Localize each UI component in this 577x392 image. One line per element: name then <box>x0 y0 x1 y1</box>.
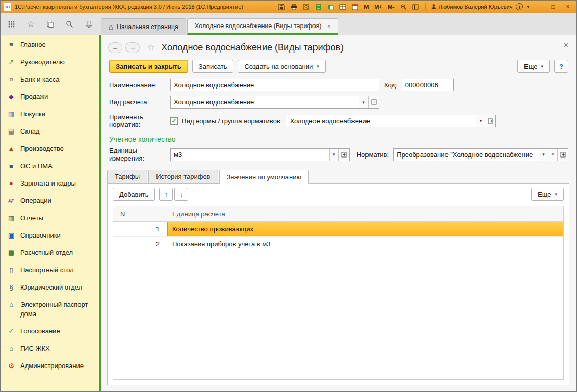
column-header-n[interactable]: N <box>113 206 167 221</box>
row-value-selected[interactable]: Количество проживающих <box>167 222 563 236</box>
chevron-down-icon[interactable]: ▾ <box>359 96 368 108</box>
warehouse-icon: ▤ <box>7 127 16 136</box>
print-preview-icon[interactable] <box>302 3 310 11</box>
tab-close-icon[interactable]: × <box>327 22 331 30</box>
sidebar-item-voting[interactable]: ✓Голосование <box>1 323 99 340</box>
compare-file-icon[interactable] <box>326 3 335 11</box>
history-icon[interactable] <box>45 19 55 29</box>
sidebar-item-passport-office[interactable]: ▯Паспортный стол <box>1 262 99 279</box>
name-label: Наименование: <box>109 81 170 89</box>
sidebar-item-label: Банк и касса <box>20 75 60 84</box>
sidebar-item-reports[interactable]: ▥Отчеты <box>1 210 99 227</box>
units-input[interactable] <box>171 149 329 161</box>
zoom-in-icon[interactable] <box>399 3 408 11</box>
tab-tariffs[interactable]: Тарифы <box>107 170 147 183</box>
tab-default-values[interactable]: Значения по умолчанию <box>219 170 309 184</box>
sidebar-item-sales[interactable]: ◆Продажи <box>1 88 99 106</box>
tab-cold-water[interactable]: Холодное водоснабжение (Виды тарифов) × <box>187 18 338 35</box>
calc-type-label: Вид расчета: <box>109 98 170 106</box>
column-header-calc-unit[interactable]: Единица расчета <box>167 206 563 221</box>
calendar-icon[interactable] <box>351 3 359 11</box>
sidebar-item-payroll[interactable]: ●Зарплата и кадры <box>1 175 99 192</box>
forward-button[interactable]: → <box>125 42 140 53</box>
sidebar-item-gis-zhkh[interactable]: ⌂ГИС ЖКХ <box>1 340 99 357</box>
calc-type-input[interactable] <box>171 96 359 108</box>
chevron-down-icon[interactable]: ▾ <box>476 115 485 127</box>
sidebar-item-house-epassport[interactable]: ⌂Электронный паспорт дома <box>1 296 99 323</box>
sidebar-item-operations[interactable]: ДтОперации <box>1 192 99 210</box>
name-input[interactable] <box>170 79 379 91</box>
open-value-icon[interactable] <box>368 96 379 108</box>
add-button[interactable]: Добавить <box>113 188 155 201</box>
normative-input[interactable] <box>394 149 539 161</box>
info-icon[interactable]: i <box>516 3 523 10</box>
voting-check-icon: ✓ <box>7 327 16 335</box>
row-value[interactable]: Показания приборов учета в м3 <box>167 237 563 251</box>
save-and-close-button[interactable]: Записать и закрыть <box>109 60 188 73</box>
chevron-down-icon[interactable]: ▾ <box>539 149 548 161</box>
sidebar-item-label: Производство <box>20 144 64 153</box>
favorite-star-icon[interactable]: ☆ <box>147 42 155 53</box>
menu-icon: ≡ <box>7 40 16 49</box>
tab-home[interactable]: ⌂ Начальная страница <box>101 18 186 35</box>
calc-memory-m-plus[interactable]: M+ <box>373 4 383 10</box>
chevron-down-icon[interactable]: ▾ <box>329 149 338 161</box>
tab-tariff-history[interactable]: История тарифов <box>148 170 218 183</box>
sidebar-item-label: Главное <box>20 40 46 49</box>
section-header-accounting-quantity: Учетное количество <box>109 135 568 143</box>
close-window-button[interactable]: × <box>562 2 573 11</box>
notifications-bell-icon[interactable] <box>84 19 93 29</box>
export-file-icon[interactable] <box>314 3 323 11</box>
sidebar-item-production[interactable]: ▲Производство <box>1 140 99 158</box>
sidebar-item-bank-cash[interactable]: ¤Банк и касса <box>1 71 99 88</box>
back-button[interactable]: ← <box>108 42 122 53</box>
table-row[interactable]: 2 Показания приборов учета в м3 <box>113 237 563 251</box>
more-button[interactable]: Еще▾ <box>517 60 550 73</box>
table-row[interactable]: 1 Количество проживающих <box>113 222 563 237</box>
create-based-on-button[interactable]: Создать на основании▾ <box>238 60 325 73</box>
sidebar-item-purchases[interactable]: ▦Покупки <box>1 106 99 123</box>
minimize-button[interactable]: – <box>533 2 544 11</box>
maximize-button[interactable]: □ <box>547 2 559 11</box>
search-icon[interactable] <box>65 19 74 29</box>
calc-memory-m-minus[interactable]: M- <box>387 4 396 10</box>
norm-group-input[interactable] <box>286 115 476 127</box>
save-button[interactable]: Записать <box>192 60 234 73</box>
code-input[interactable] <box>402 79 454 91</box>
chevron-down-icon[interactable]: ▾ <box>527 4 529 9</box>
sidebar: ≡Главное ↗Руководителю ¤Банк и касса ◆Пр… <box>1 35 101 391</box>
open-value-icon[interactable] <box>338 149 349 161</box>
sidebar-item-warehouse[interactable]: ▤Склад <box>1 123 99 140</box>
move-down-button[interactable]: ↓ <box>174 188 188 201</box>
open-value-icon[interactable] <box>485 115 495 127</box>
help-button[interactable]: ? <box>554 60 568 73</box>
calc-memory-m[interactable]: M <box>363 4 370 10</box>
form-close-icon[interactable]: × <box>564 41 568 49</box>
move-up-button[interactable]: ↑ <box>159 188 173 201</box>
apply-norm-checkbox[interactable]: ✓ <box>170 117 178 125</box>
table-icon[interactable] <box>338 3 347 11</box>
sidebar-item-fixed-assets[interactable]: ■ОС и НМА <box>1 158 99 175</box>
table-more-button[interactable]: Еще▾ <box>531 188 564 201</box>
bank-icon: ¤ <box>7 75 16 84</box>
sidebar-item-administration[interactable]: ⚙Администрирование <box>1 357 99 375</box>
save-icon[interactable] <box>277 3 286 11</box>
panel-settings-icon[interactable] <box>411 3 420 11</box>
sidebar-item-main[interactable]: ≡Главное <box>1 36 99 54</box>
sidebar-item-settlement-dept[interactable]: ▦Расчетный отдел <box>1 244 99 262</box>
sidebar-item-directories[interactable]: ▣Справочники <box>1 227 99 244</box>
sidebar-item-label: Расчетный отдел <box>20 248 73 257</box>
legal-icon: § <box>7 283 16 292</box>
sidebar-item-legal-dept[interactable]: §Юридический отдел <box>1 279 99 296</box>
units-combo: ▾ <box>170 148 350 161</box>
user-menu[interactable]: Любимов Валерий Юрьевич <box>431 4 513 10</box>
epassport-house-icon: ⌂ <box>7 300 16 309</box>
service-menu-icon[interactable] <box>7 19 16 29</box>
open-value-icon[interactable] <box>557 149 568 161</box>
table-empty-area <box>113 251 563 379</box>
sidebar-item-label: Администрирование <box>20 361 84 371</box>
favorites-icon[interactable]: ☆ <box>26 19 35 29</box>
sidebar-item-manager[interactable]: ↗Руководителю <box>1 54 99 71</box>
clear-value-icon[interactable]: × <box>548 149 557 161</box>
print-icon[interactable] <box>290 3 298 11</box>
